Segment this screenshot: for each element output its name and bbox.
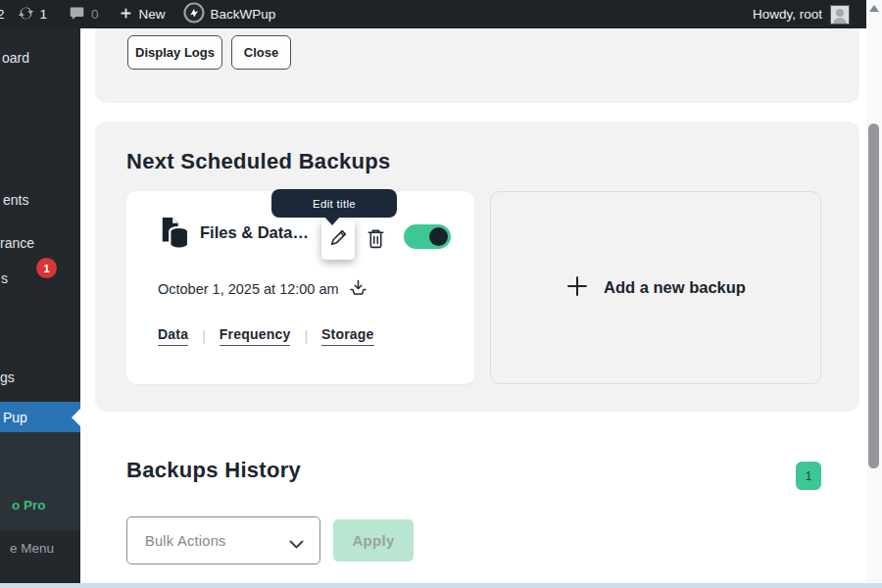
new-label: New [139,7,166,22]
pencil-icon [328,227,349,252]
update-icon [18,5,34,24]
plus-icon [119,6,133,24]
wp-admin-sidebar: oard ents rance s 1 gs Pup o Pro e Menu [0,28,80,583]
updates-menu-item[interactable]: 1 [18,0,48,28]
sidebar-item-backwpup-active[interactable]: Pup [0,402,80,432]
storage-link[interactable]: Storage [321,326,374,346]
backup-enabled-toggle[interactable] [404,224,451,249]
tooltip-caret [324,217,340,225]
backup-card: Files & Data… [126,191,474,384]
backwpup-submenu: o Pro [0,432,80,530]
sidebar-item-appearance[interactable]: rance [0,235,34,251]
bulk-actions-select[interactable]: Bulk Actions [126,516,320,564]
files-database-icon [160,216,189,255]
backup-settings-links: Data | Frequency | Storage [158,326,374,346]
admin-bar-left: 2 1 0 New [0,0,275,28]
wp-admin-bar: 2 1 0 New [0,0,866,28]
tooltip-text: Edit title [313,198,356,210]
sidebar-item-comments[interactable]: ents [3,192,28,208]
next-run-row: October 1, 2025 at 12:00 am [158,279,368,299]
plugins-update-badge: 1 [36,258,57,278]
user-avatar[interactable] [830,5,850,24]
sidebar-item-collapse-menu[interactable]: e Menu [10,541,54,556]
sidebar-item-settings[interactable]: gs [0,369,15,385]
chevron-down-icon [289,536,304,554]
backup-name: Files & Data… [200,223,309,242]
next-scheduled-section: Next Scheduled Backups Edit title Files … [95,122,859,412]
backwpup-menu-item[interactable]: BackWPup [183,0,276,28]
section-title: Next Scheduled Backups [126,149,390,174]
sidebar-item-backwpup-pro[interactable]: o Pro [12,498,46,513]
trash-icon [366,236,386,253]
new-menu-item[interactable]: New [119,0,166,28]
updates-count: 1 [40,7,48,22]
link-separator: | [202,328,206,344]
history-count-badge: 1 [796,462,821,490]
scrollbar-thumb[interactable] [868,123,879,468]
link-separator: | [304,328,308,344]
browser-viewport: 2 1 0 New [0,0,882,588]
account-menu-item[interactable]: Howdy, root [753,0,866,28]
data-link[interactable]: Data [158,326,188,346]
comments-count: 0 [91,7,99,22]
apply-button[interactable]: Apply [333,519,414,562]
howdy-label: Howdy, root [753,7,822,22]
plus-icon [565,274,589,302]
edit-title-tooltip: Edit title [271,189,397,218]
toggle-knob [429,227,448,246]
next-run-datetime: October 1, 2025 at 12:00 am [158,281,339,297]
log-panel-card: Display Logs Close [95,28,859,103]
backups-history-title: Backups History [126,458,301,483]
clipped-count: 2 [0,7,5,22]
active-item-arrow-icon [72,409,80,426]
add-new-backup-button[interactable]: Add a new backup [490,191,821,384]
scrollbar-track[interactable] [866,0,882,588]
sidebar-item-dashboard[interactable]: oard [2,50,29,66]
frequency-link[interactable]: Frequency [220,326,291,346]
backwpup-logo-icon [183,2,205,26]
sidebar-item-plugins[interactable]: s [1,270,8,286]
comment-bubble-icon [69,5,85,24]
window-bottom-border [0,583,882,588]
edit-title-button[interactable] [321,220,355,260]
bulk-actions-selected-value: Bulk Actions [145,533,226,549]
scrollbar-up-arrow-icon[interactable] [869,5,879,12]
backwpup-label: BackWPup [211,7,276,22]
add-new-backup-label: Add a new backup [604,278,746,297]
display-logs-button[interactable]: Display Logs [127,35,222,70]
delete-backup-button[interactable] [366,227,387,251]
comments-menu-item[interactable]: 0 [69,0,99,28]
download-icon[interactable] [349,279,368,299]
sidebar-item-label: Pup [0,410,27,425]
close-button[interactable]: Close [231,35,291,70]
